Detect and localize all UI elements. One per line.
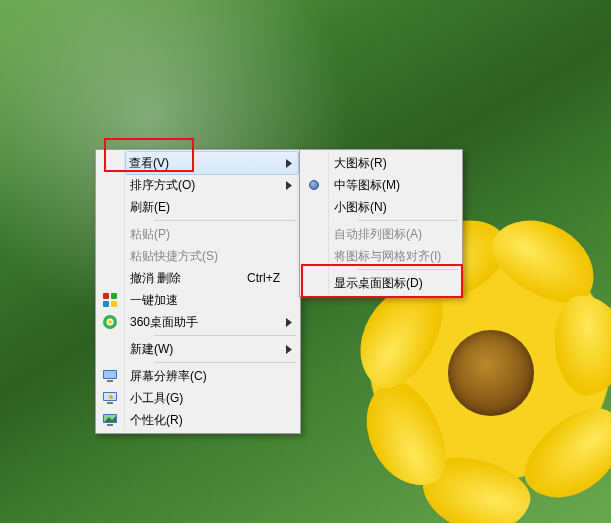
menu-label: 粘贴快捷方式(S): [130, 249, 218, 263]
menu-shortcut: Ctrl+Z: [247, 267, 280, 289]
monitor-icon: [102, 368, 118, 384]
menu-item-undo[interactable]: 撤消 删除 Ctrl+Z: [126, 267, 298, 289]
svg-rect-8: [104, 371, 116, 378]
desktop-context-menu: 查看(V) 排序方式(O) 刷新(E) 粘贴(P) 粘贴快捷方式(S): [95, 149, 301, 434]
view-submenu: 大图标(R) 中等图标(M) 小图标(N) 自动排列图标(A) 将图标与网格对齐…: [299, 149, 463, 297]
submenu-arrow-icon: [286, 174, 292, 196]
menu-label: 360桌面助手: [130, 315, 198, 329]
svg-rect-9: [107, 380, 113, 382]
svg-rect-17: [107, 424, 113, 426]
svg-point-12: [109, 395, 113, 399]
menu-item-small-icons[interactable]: 小图标(N): [330, 196, 460, 218]
submenu-arrow-icon: [286, 152, 292, 174]
svg-rect-3: [111, 301, 117, 307]
menu-label: 粘贴(P): [130, 227, 170, 241]
menu-item-sort[interactable]: 排序方式(O): [126, 174, 298, 196]
menu-item-speed[interactable]: 一键加速: [126, 289, 298, 311]
menu-item-auto-arrange[interactable]: 自动排列图标(A): [330, 223, 460, 245]
radio-selected-icon: [306, 177, 322, 193]
menu-item-paste: 粘贴(P): [126, 223, 298, 245]
menu-label: 中等图标(M): [334, 178, 400, 192]
menu-label: 刷新(E): [130, 200, 170, 214]
menu-label: 查看(V): [129, 156, 169, 170]
desktop-background[interactable]: 查看(V) 排序方式(O) 刷新(E) 粘贴(P) 粘贴快捷方式(S): [0, 0, 611, 523]
menu-item-gadgets[interactable]: 小工具(G): [126, 387, 298, 409]
speed-icon: [102, 292, 118, 308]
svg-rect-1: [111, 293, 117, 299]
svg-rect-0: [103, 293, 109, 299]
menu-item-show-desktop-icons[interactable]: 显示桌面图标(D): [330, 272, 460, 294]
svg-rect-13: [107, 402, 113, 404]
personalize-icon: [102, 412, 118, 428]
menu-label: 小图标(N): [334, 200, 387, 214]
menu-label: 显示桌面图标(D): [334, 276, 423, 290]
submenu-arrow-icon: [286, 311, 292, 333]
gadgets-icon: [102, 390, 118, 406]
menu-item-paste-shortcut: 粘贴快捷方式(S): [126, 245, 298, 267]
menu-item-resolution[interactable]: 屏幕分辨率(C): [126, 365, 298, 387]
menu-item-medium-icons[interactable]: 中等图标(M): [330, 174, 460, 196]
menu-label: 一键加速: [130, 293, 178, 307]
menu-label: 小工具(G): [130, 391, 183, 405]
helper-icon: [102, 314, 118, 330]
menu-label: 新建(W): [130, 342, 173, 356]
menu-label: 排序方式(O): [130, 178, 195, 192]
menu-item-360-helper[interactable]: 360桌面助手: [126, 311, 298, 333]
menu-label: 个性化(R): [130, 413, 183, 427]
menu-item-refresh[interactable]: 刷新(E): [126, 196, 298, 218]
menu-item-new[interactable]: 新建(W): [126, 338, 298, 360]
menu-item-personalize[interactable]: 个性化(R): [126, 409, 298, 431]
menu-item-view[interactable]: 查看(V): [125, 151, 299, 175]
menu-label: 将图标与网格对齐(I): [334, 249, 441, 263]
menu-item-large-icons[interactable]: 大图标(R): [330, 152, 460, 174]
menu-label: 大图标(R): [334, 156, 387, 170]
menu-label: 撤消 删除: [130, 271, 181, 285]
menu-label: 自动排列图标(A): [334, 227, 422, 241]
svg-point-6: [108, 320, 112, 324]
menu-label: 屏幕分辨率(C): [130, 369, 207, 383]
submenu-arrow-icon: [286, 338, 292, 360]
menu-item-align-grid[interactable]: 将图标与网格对齐(I): [330, 245, 460, 267]
svg-rect-2: [103, 301, 109, 307]
